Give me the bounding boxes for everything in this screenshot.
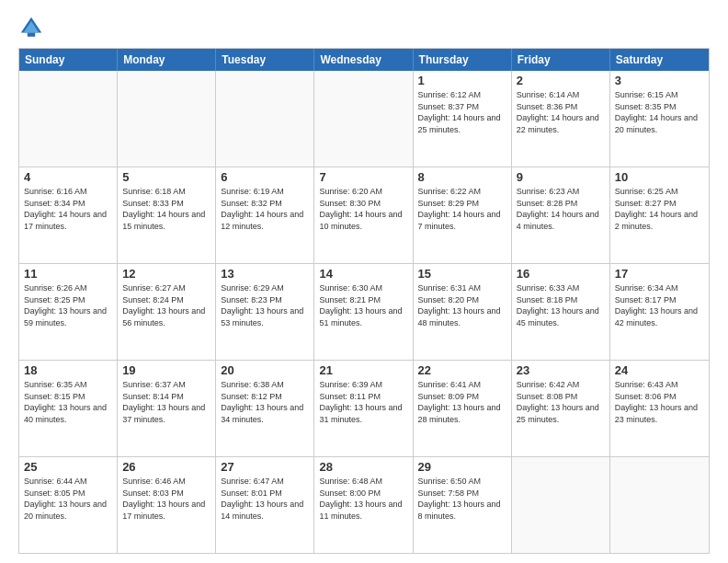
day-info: Sunrise: 6:16 AM Sunset: 8:34 PM Dayligh… [24, 186, 112, 232]
day-info: Sunrise: 6:39 AM Sunset: 8:11 PM Dayligh… [319, 379, 407, 425]
day-info: Sunrise: 6:29 AM Sunset: 8:23 PM Dayligh… [221, 282, 309, 328]
calendar-cell [118, 71, 216, 167]
calendar-cell: 19Sunrise: 6:37 AM Sunset: 8:14 PM Dayli… [118, 361, 216, 456]
calendar-cell: 27Sunrise: 6:47 AM Sunset: 8:01 PM Dayli… [216, 457, 314, 553]
calendar-row: 18Sunrise: 6:35 AM Sunset: 8:15 PM Dayli… [19, 361, 709, 457]
day-info: Sunrise: 6:50 AM Sunset: 7:58 PM Dayligh… [418, 476, 506, 522]
day-info: Sunrise: 6:18 AM Sunset: 8:33 PM Dayligh… [122, 186, 210, 232]
day-number: 27 [221, 460, 309, 474]
day-number: 5 [122, 170, 210, 184]
day-header-thursday: Thursday [414, 49, 512, 71]
calendar-cell: 12Sunrise: 6:27 AM Sunset: 8:24 PM Dayli… [118, 264, 216, 360]
day-info: Sunrise: 6:23 AM Sunset: 8:28 PM Dayligh… [517, 186, 605, 232]
day-number: 3 [615, 74, 704, 87]
calendar-cell: 1Sunrise: 6:12 AM Sunset: 8:37 PM Daylig… [414, 71, 512, 167]
calendar-cell: 17Sunrise: 6:34 AM Sunset: 8:17 PM Dayli… [610, 264, 709, 360]
calendar-cell: 9Sunrise: 6:23 AM Sunset: 8:28 PM Daylig… [512, 167, 610, 263]
day-info: Sunrise: 6:41 AM Sunset: 8:09 PM Dayligh… [418, 379, 506, 425]
calendar-cell [216, 71, 314, 167]
day-header-tuesday: Tuesday [216, 49, 314, 71]
calendar-cell [512, 457, 610, 553]
calendar-cell: 20Sunrise: 6:38 AM Sunset: 8:12 PM Dayli… [216, 361, 314, 456]
day-number: 20 [221, 363, 309, 377]
calendar-cell: 25Sunrise: 6:44 AM Sunset: 8:05 PM Dayli… [19, 457, 118, 553]
calendar-cell: 16Sunrise: 6:33 AM Sunset: 8:18 PM Dayli… [512, 264, 610, 360]
calendar-row: 4Sunrise: 6:16 AM Sunset: 8:34 PM Daylig… [19, 167, 709, 264]
day-info: Sunrise: 6:22 AM Sunset: 8:29 PM Dayligh… [418, 186, 506, 232]
day-number: 12 [122, 267, 210, 281]
day-number: 6 [221, 170, 309, 184]
calendar-cell: 23Sunrise: 6:42 AM Sunset: 8:08 PM Dayli… [512, 361, 610, 456]
day-info: Sunrise: 6:27 AM Sunset: 8:24 PM Dayligh… [122, 282, 210, 328]
logo-icon [18, 15, 44, 40]
calendar-cell [19, 71, 118, 167]
day-header-friday: Friday [512, 49, 610, 71]
calendar-body: 1Sunrise: 6:12 AM Sunset: 8:37 PM Daylig… [19, 71, 709, 553]
day-info: Sunrise: 6:15 AM Sunset: 8:35 PM Dayligh… [615, 89, 704, 135]
day-info: Sunrise: 6:26 AM Sunset: 8:25 PM Dayligh… [24, 282, 112, 328]
calendar-cell: 4Sunrise: 6:16 AM Sunset: 8:34 PM Daylig… [19, 167, 118, 263]
calendar-cell: 15Sunrise: 6:31 AM Sunset: 8:20 PM Dayli… [414, 264, 512, 360]
calendar-cell: 22Sunrise: 6:41 AM Sunset: 8:09 PM Dayli… [414, 361, 512, 456]
calendar-cell: 13Sunrise: 6:29 AM Sunset: 8:23 PM Dayli… [216, 264, 314, 360]
day-number: 21 [319, 363, 407, 377]
day-info: Sunrise: 6:46 AM Sunset: 8:03 PM Dayligh… [122, 476, 210, 522]
day-info: Sunrise: 6:25 AM Sunset: 8:27 PM Dayligh… [615, 186, 704, 232]
day-info: Sunrise: 6:20 AM Sunset: 8:30 PM Dayligh… [319, 186, 407, 232]
calendar-row: 1Sunrise: 6:12 AM Sunset: 8:37 PM Daylig… [19, 71, 709, 167]
day-info: Sunrise: 6:33 AM Sunset: 8:18 PM Dayligh… [517, 282, 605, 328]
day-number: 11 [24, 267, 112, 281]
day-number: 26 [122, 460, 210, 474]
day-info: Sunrise: 6:19 AM Sunset: 8:32 PM Dayligh… [221, 186, 309, 232]
calendar-cell [610, 457, 709, 553]
day-number: 16 [517, 267, 605, 281]
day-header-monday: Monday [118, 49, 216, 71]
calendar-cell: 11Sunrise: 6:26 AM Sunset: 8:25 PM Dayli… [19, 264, 118, 360]
calendar-cell [314, 71, 413, 167]
day-info: Sunrise: 6:47 AM Sunset: 8:01 PM Dayligh… [221, 476, 309, 522]
day-number: 19 [122, 363, 210, 377]
calendar-cell: 24Sunrise: 6:43 AM Sunset: 8:06 PM Dayli… [610, 361, 709, 456]
day-info: Sunrise: 6:35 AM Sunset: 8:15 PM Dayligh… [24, 379, 112, 425]
day-info: Sunrise: 6:14 AM Sunset: 8:36 PM Dayligh… [517, 89, 605, 135]
calendar-cell: 29Sunrise: 6:50 AM Sunset: 7:58 PM Dayli… [414, 457, 512, 553]
calendar-cell: 8Sunrise: 6:22 AM Sunset: 8:29 PM Daylig… [414, 167, 512, 263]
calendar-header: SundayMondayTuesdayWednesdayThursdayFrid… [19, 49, 709, 71]
day-number: 25 [24, 460, 112, 474]
calendar-cell: 18Sunrise: 6:35 AM Sunset: 8:15 PM Dayli… [19, 361, 118, 456]
logo [18, 15, 48, 40]
calendar-row: 25Sunrise: 6:44 AM Sunset: 8:05 PM Dayli… [19, 457, 709, 553]
calendar-cell: 14Sunrise: 6:30 AM Sunset: 8:21 PM Dayli… [314, 264, 413, 360]
calendar-cell: 3Sunrise: 6:15 AM Sunset: 8:35 PM Daylig… [610, 71, 709, 167]
day-number: 2 [517, 74, 605, 87]
day-number: 14 [319, 267, 407, 281]
calendar-row: 11Sunrise: 6:26 AM Sunset: 8:25 PM Dayli… [19, 264, 709, 361]
day-info: Sunrise: 6:43 AM Sunset: 8:06 PM Dayligh… [615, 379, 704, 425]
day-number: 24 [615, 363, 704, 377]
day-number: 9 [517, 170, 605, 184]
day-number: 4 [24, 170, 112, 184]
day-number: 23 [517, 363, 605, 377]
calendar-cell: 5Sunrise: 6:18 AM Sunset: 8:33 PM Daylig… [118, 167, 216, 263]
day-info: Sunrise: 6:34 AM Sunset: 8:17 PM Dayligh… [615, 282, 704, 328]
calendar-cell: 21Sunrise: 6:39 AM Sunset: 8:11 PM Dayli… [314, 361, 413, 456]
page-header [18, 15, 710, 40]
day-info: Sunrise: 6:12 AM Sunset: 8:37 PM Dayligh… [418, 89, 506, 135]
day-header-wednesday: Wednesday [314, 49, 413, 71]
day-info: Sunrise: 6:48 AM Sunset: 8:00 PM Dayligh… [319, 476, 407, 522]
day-info: Sunrise: 6:31 AM Sunset: 8:20 PM Dayligh… [418, 282, 506, 328]
calendar-cell: 2Sunrise: 6:14 AM Sunset: 8:36 PM Daylig… [512, 71, 610, 167]
day-number: 29 [418, 460, 506, 474]
day-number: 1 [418, 74, 506, 87]
svg-rect-2 [28, 33, 35, 37]
calendar-cell: 6Sunrise: 6:19 AM Sunset: 8:32 PM Daylig… [216, 167, 314, 263]
day-info: Sunrise: 6:30 AM Sunset: 8:21 PM Dayligh… [319, 282, 407, 328]
calendar-cell: 26Sunrise: 6:46 AM Sunset: 8:03 PM Dayli… [118, 457, 216, 553]
day-info: Sunrise: 6:42 AM Sunset: 8:08 PM Dayligh… [517, 379, 605, 425]
day-number: 17 [615, 267, 704, 281]
calendar-cell: 10Sunrise: 6:25 AM Sunset: 8:27 PM Dayli… [610, 167, 709, 263]
day-number: 13 [221, 267, 309, 281]
day-number: 10 [615, 170, 704, 184]
calendar-cell: 7Sunrise: 6:20 AM Sunset: 8:30 PM Daylig… [314, 167, 413, 263]
day-number: 15 [418, 267, 506, 281]
